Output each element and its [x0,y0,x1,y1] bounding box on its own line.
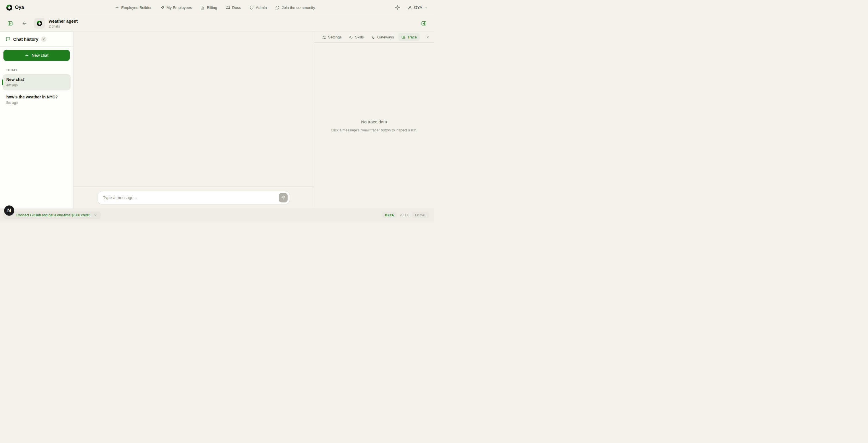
chat-item-time: 5m ago [6,101,67,105]
sparkles-icon [160,5,164,10]
app-window: Oya Employee Builder My Employees Billin… [0,0,434,222]
book-open-icon [226,5,230,10]
chat-history-title: Chat history [13,37,38,41]
arrow-left-icon [22,21,27,26]
user-name: OYA [414,5,422,10]
plus-icon [115,5,119,10]
chat-history-header: Chat history 2 [0,32,73,46]
nav-right: OYA [395,5,428,10]
close-icon [426,35,430,39]
user-icon [408,5,412,10]
active-indicator [2,80,3,85]
send-button[interactable] [279,193,288,202]
trace-empty-state: No trace data Click a message's "View tr… [314,43,434,209]
nav-item-employee-builder[interactable]: Employee Builder [115,5,152,10]
composer [73,186,314,209]
section-label-today: TODAY [6,68,73,72]
send-icon [281,196,285,200]
chat-count-badge: 2 [41,36,46,42]
tab-label: Gateways [377,35,394,39]
cable-icon [371,35,375,39]
content-columns: Chat history 2 New chat TODAY New chat 4… [0,32,434,209]
main-menu: Employee Builder My Employees Billing Do… [115,0,315,15]
nav-label: Billing [207,5,217,10]
shield-icon [249,5,254,10]
tab-settings[interactable]: Settings [319,33,344,41]
chat-list-item[interactable]: New chat 4m ago [3,74,71,90]
message-list [73,32,314,186]
settings-icon [322,35,326,39]
status-bar: Connect GitHub and get a one-time $5.00 … [0,209,434,222]
agent-chat-count: 2 chats [49,24,78,28]
sun-icon [395,5,400,10]
chat-item-time: 4m ago [6,83,67,87]
local-badge: LOCAL [412,212,429,218]
nav-label: Join the community [282,5,315,10]
nav-item-billing[interactable]: Billing [200,5,217,10]
close-panel-button[interactable] [426,35,430,39]
panel-right-open-icon [421,21,427,26]
user-menu[interactable]: OYA [408,5,428,10]
brand[interactable]: Oya [6,5,24,11]
plus-icon [25,53,29,58]
trace-panel: Settings Skills Gateways Trace [314,32,434,209]
tab-label: Trace [407,35,417,39]
trace-panel-tabs: Settings Skills Gateways Trace [314,32,434,43]
version-label: v0.1.0 [400,213,409,217]
agent-meta: weather agent 2 chats [49,19,78,28]
message-input[interactable] [98,191,290,204]
nav-item-docs[interactable]: Docs [226,5,241,10]
tab-gateways[interactable]: Gateways [368,33,397,41]
right-panel-toggle-button[interactable] [421,21,427,26]
new-chat-button[interactable]: New chat [3,50,70,61]
chevron-down-icon [424,6,428,9]
agent-header-left: weather agent 2 chats [7,18,78,29]
trace-empty-hint: Click a message's "View trace" button to… [331,128,417,132]
chart-column-icon [200,5,205,10]
banner-close-button[interactable] [94,214,97,217]
chat-list-item[interactable]: how's the weather in NYC? 5m ago [3,92,71,108]
tab-label: Settings [328,35,342,39]
nextjs-dev-badge[interactable]: N [4,205,14,216]
agent-avatar [34,18,45,29]
message-input-box [98,191,290,204]
agent-title: weather agent [49,19,78,24]
theme-toggle-button[interactable] [395,5,400,10]
left-panel-toggle-button[interactable] [7,21,13,26]
status-badges: BETA v0.1.0 LOCAL [382,212,429,218]
tab-skills[interactable]: Skills [346,33,367,41]
chat-item-title: how's the weather in NYC? [6,95,67,99]
nav-label: Admin [256,5,267,10]
new-chat-label: New chat [32,53,48,58]
back-button[interactable] [22,21,27,26]
chat-item-title: New chat [6,77,67,82]
nav-label: My Employees [166,5,192,10]
top-nav: Oya Employee Builder My Employees Billin… [0,0,434,15]
oya-logo-icon [6,5,12,11]
github-credit-banner[interactable]: Connect GitHub and get a one-time $5.00 … [3,212,101,219]
nav-label: Docs [232,5,241,10]
nav-item-my-employees[interactable]: My Employees [160,5,192,10]
tab-label: Skills [355,35,364,39]
banner-text: Connect GitHub and get a one-time $5.00 … [17,213,90,217]
nav-label: Employee Builder [121,5,152,10]
chat-history-sidebar: Chat history 2 New chat TODAY New chat 4… [0,32,73,209]
chat-main [73,32,314,209]
oya-logo-icon [37,21,42,26]
chat-bubble-icon [276,5,280,10]
message-square-icon [6,37,10,41]
trace-empty-title: No trace data [361,119,387,124]
agent-header: weather agent 2 chats [0,15,434,32]
nav-item-join-community[interactable]: Join the community [276,5,315,10]
nav-item-admin[interactable]: Admin [249,5,267,10]
zap-icon [349,35,353,39]
list-tree-icon [401,35,405,39]
beta-badge: BETA [382,212,397,218]
close-icon [94,214,97,217]
brand-name: Oya [15,5,24,10]
tab-trace[interactable]: Trace [398,33,420,41]
panel-left-close-icon [7,21,13,26]
